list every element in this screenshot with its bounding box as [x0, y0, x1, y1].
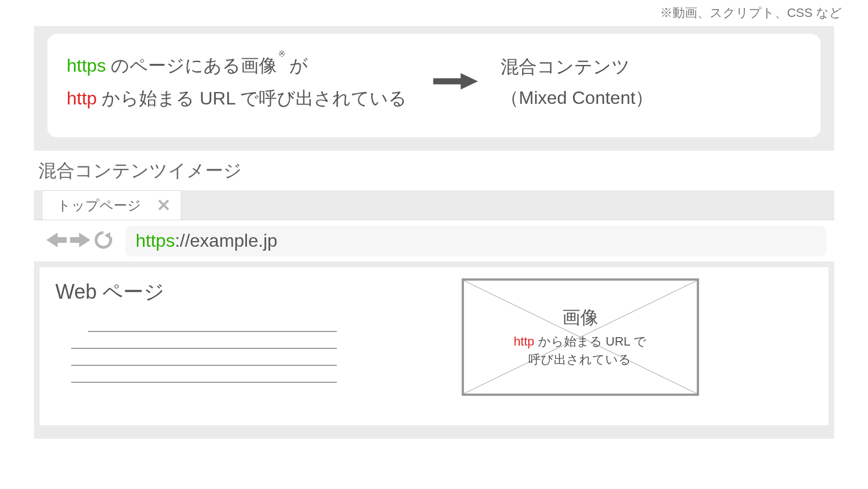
address-bar[interactable]: https://example.jp — [125, 226, 826, 256]
page-image-area: 画像 http から始まる URL で 呼び出されている — [363, 278, 797, 412]
definition-section: https のページにある画像※ が http から始まる URL で呼び出され… — [34, 26, 834, 151]
browser-toolbar: https://example.jp — [34, 220, 834, 261]
page-text-area: Web ページ — [55, 278, 363, 412]
browser-illustration: トップページ ✕ https://example.jp — [34, 190, 834, 439]
text-line — [71, 349, 337, 366]
image-desc-line2: 呼び出されている — [528, 352, 631, 366]
http-label: http — [67, 88, 97, 108]
image-placeholder: 画像 http から始まる URL で 呼び出されている — [462, 278, 699, 396]
https-label: https — [67, 55, 106, 76]
url-rest: ://example.jp — [175, 230, 277, 251]
page-heading: Web ページ — [55, 278, 363, 306]
row1-text: のページにある画像 — [106, 55, 277, 76]
image-label: 画像 — [562, 305, 598, 330]
definition-row1: https のページにある画像※ が — [67, 50, 428, 82]
row2-text: から始まる URL で呼び出されている — [97, 88, 407, 108]
footnote-examples: ※動画、スクリプト、CSS など — [0, 0, 868, 21]
browser-window: トップページ ✕ https://example.jp — [34, 190, 834, 425]
svg-marker-4 — [105, 232, 110, 239]
definition-card: https のページにある画像※ が http から始まる URL で呼び出され… — [47, 34, 821, 137]
text-line — [88, 313, 337, 332]
mixed-content-en: （Mixed Content） — [501, 82, 811, 113]
image-desc-rest: から始まる URL で — [535, 334, 647, 348]
url-https: https — [136, 230, 175, 251]
forward-icon[interactable] — [70, 232, 90, 251]
text-line — [71, 332, 337, 349]
svg-marker-2 — [46, 233, 67, 247]
image-http: http — [514, 334, 535, 348]
back-icon[interactable] — [46, 232, 67, 251]
mixed-content-image-caption: 混合コンテンツイメージ — [34, 159, 834, 184]
svg-marker-1 — [461, 73, 478, 89]
tab-label: トップページ — [57, 198, 141, 213]
browser-tab[interactable]: トップページ ✕ — [42, 190, 181, 220]
row1-sup: ※ — [278, 49, 285, 59]
mixed-content-jp: 混合コンテンツ — [501, 51, 811, 82]
browser-viewport: Web ページ 画像 http から始まる URL で 呼び出されている — [40, 267, 828, 425]
close-icon[interactable]: ✕ — [157, 195, 171, 215]
text-line — [71, 366, 337, 383]
reload-icon[interactable] — [94, 230, 113, 252]
image-desc: http から始まる URL で 呼び出されている — [514, 333, 646, 369]
definition-row2: http から始まる URL で呼び出されている — [67, 82, 428, 115]
svg-marker-3 — [70, 233, 90, 247]
definition-right: 混合コンテンツ （Mixed Content） — [485, 51, 811, 113]
row1-tail: が — [284, 55, 308, 76]
svg-rect-0 — [433, 78, 463, 84]
definition-left: https のページにある画像※ が http から始まる URL で呼び出され… — [67, 50, 428, 115]
arrow-icon — [428, 70, 485, 95]
